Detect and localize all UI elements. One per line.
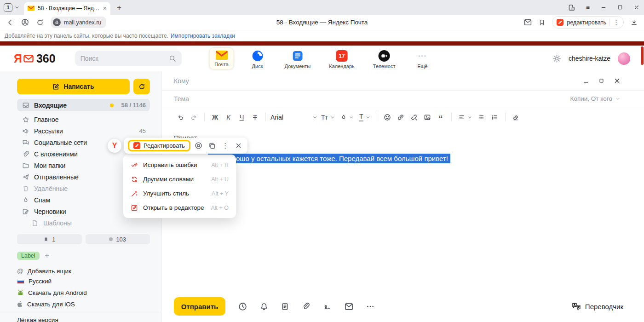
highlight-color-dropdown[interactable] — [339, 111, 355, 124]
sidebar-item-inbox[interactable]: Входящие 58 / 1146 — [17, 99, 150, 111]
gear-icon[interactable] — [552, 54, 561, 63]
schedule-icon[interactable] — [238, 302, 247, 311]
menu-icon[interactable]: ≡ — [586, 4, 590, 11]
label-tag[interactable]: Label — [17, 252, 40, 260]
translator-button[interactable]: Переводчик — [572, 302, 623, 310]
refresh-icon[interactable] — [36, 19, 44, 26]
maximize-icon[interactable] — [617, 5, 623, 10]
service-telemost[interactable]: Телемост — [369, 47, 399, 71]
tab-count: 1 — [4, 3, 12, 12]
minimize-icon[interactable] — [601, 5, 606, 10]
compose-expand-icon[interactable] — [599, 78, 604, 83]
mail-notify-icon[interactable] — [524, 19, 532, 26]
user-name[interactable]: cheshire-katze — [569, 55, 610, 62]
undo-button[interactable] — [174, 111, 187, 124]
send-button[interactable]: Отправить — [174, 297, 225, 316]
bell-icon[interactable] — [260, 302, 268, 311]
eraser-button[interactable] — [510, 111, 522, 124]
envelope-icon[interactable] — [345, 303, 353, 310]
search-box[interactable] — [75, 51, 182, 66]
profile-icon[interactable] — [21, 18, 29, 26]
yandex-ai-bubble[interactable]: Y — [108, 139, 121, 153]
bookmark-flag-icon[interactable] — [539, 19, 545, 26]
quote-button[interactable]: “ — [435, 111, 447, 124]
browser-tab[interactable]: 58 · Входящие — Яндекс Почта × — [24, 2, 110, 15]
service-mail[interactable]: Почта — [209, 47, 234, 69]
copy-icon[interactable] — [207, 142, 217, 150]
add-mailbox-button[interactable]: @ Добавить ящик — [17, 267, 150, 275]
emoji-button[interactable] — [381, 111, 394, 124]
menu-item-open-editor[interactable]: Открыть в редакторе Alt + O — [123, 201, 236, 215]
signature-icon[interactable] — [323, 303, 332, 310]
text-color-icon: Т — [359, 113, 363, 121]
cc-from-toggle[interactable]: Копии, От кого — [570, 95, 620, 102]
devices-icon[interactable] — [568, 4, 575, 11]
link-button[interactable] — [395, 111, 407, 124]
address-pill[interactable]: mail.yandex.ru — [51, 17, 106, 28]
kebab-icon[interactable]: ⋮ — [613, 19, 619, 25]
kebab-icon[interactable]: ⋮ — [220, 142, 230, 150]
compose-button[interactable]: Написать — [17, 79, 130, 94]
close-icon[interactable] — [634, 5, 639, 10]
bold-button[interactable]: Ж — [209, 111, 221, 124]
download-ios-link[interactable]: Скачать для iOS — [0, 299, 161, 310]
compose-minimize-icon[interactable] — [583, 78, 589, 84]
sidebar-item-templates[interactable]: Шаблоны — [17, 217, 150, 229]
new-tab-button[interactable]: + — [113, 2, 125, 14]
search-input[interactable] — [80, 55, 169, 62]
service-disk[interactable]: Диск — [245, 47, 270, 71]
android-icon — [17, 290, 24, 296]
more-options-icon[interactable] — [366, 302, 374, 310]
chrome-divider — [0, 41, 644, 46]
page-scrollbar[interactable] — [641, 46, 644, 65]
strikethrough-button[interactable]: Т — [249, 111, 261, 124]
template-icon[interactable] — [281, 302, 289, 311]
menu-item-fix-errors[interactable]: Исправить ошибки Alt + R — [123, 158, 236, 172]
add-label-button[interactable]: + — [45, 252, 49, 260]
menu-item-rephrase[interactable]: Другими словами Alt + U — [123, 172, 236, 186]
menu-item-improve-style[interactable]: Улучшить стиль Alt + Y — [123, 186, 236, 201]
service-documents[interactable]: Документы — [281, 47, 315, 71]
italic-button[interactable]: К — [222, 111, 235, 124]
yandex-360-logo[interactable]: Я 360 — [14, 52, 56, 65]
compose-close-icon[interactable] — [614, 78, 620, 84]
image-button[interactable] — [421, 111, 434, 124]
download-android-link[interactable]: Скачать для Android — [0, 287, 161, 299]
service-more[interactable]: ··· Ещё — [410, 47, 435, 71]
subject-field[interactable]: Тема — [174, 95, 189, 103]
unread-filter[interactable]: 103 — [86, 234, 150, 244]
language-switcher[interactable]: Русский — [0, 276, 161, 287]
align-dropdown[interactable] — [457, 111, 473, 124]
avatar[interactable] — [618, 52, 630, 65]
paperclip-icon — [22, 150, 29, 158]
selected-text[interactable]: ошо у остальных кажется тоже. Передавай … — [208, 154, 450, 163]
editor-extension-button[interactable]: редактировать ⋮ — [552, 16, 624, 29]
import-bookmarks-link[interactable]: Импортировать закладки — [171, 33, 235, 39]
to-field[interactable]: Кому — [174, 77, 189, 85]
download-icon[interactable] — [631, 19, 638, 26]
refresh-mail-button[interactable] — [133, 79, 150, 94]
underline-button[interactable]: Ч — [236, 111, 248, 124]
globe-icon[interactable] — [194, 142, 204, 150]
text-color-dropdown[interactable]: Т — [358, 111, 372, 124]
folder-icon — [22, 162, 29, 169]
service-calendar[interactable]: 17 Календарь — [325, 47, 358, 71]
font-size-dropdown[interactable]: Тт — [320, 111, 336, 124]
bullet-list-button[interactable] — [475, 111, 488, 124]
ai-close-icon[interactable] — [234, 143, 244, 149]
font-family-dropdown[interactable]: Arial — [270, 111, 317, 124]
back-icon[interactable] — [6, 19, 14, 26]
logo-mail-icon — [23, 55, 34, 63]
sidebar-item-main[interactable]: Главное — [17, 114, 150, 125]
lite-version-link[interactable]: Лёгкая версия — [0, 312, 161, 322]
ai-edit-button[interactable]: Редактировать — [128, 140, 190, 151]
redo-button[interactable] — [188, 111, 200, 124]
sidebar-item-newsletters[interactable]: Рассылки 45 — [17, 125, 150, 137]
tab-close-icon[interactable]: × — [103, 5, 107, 12]
numbered-list-button[interactable] — [489, 111, 501, 124]
attach-icon[interactable] — [302, 302, 310, 310]
unlink-button[interactable] — [408, 111, 420, 124]
tab-counter[interactable]: 1 — [4, 0, 19, 15]
bookmarked-filter[interactable]: 1 — [17, 234, 82, 244]
chevron-down-icon — [615, 97, 620, 101]
